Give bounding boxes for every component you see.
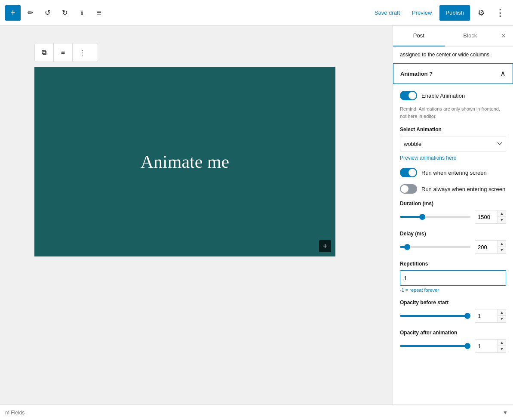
main-area: ⧉ ≡ ⋮ Animate me + Post Block × assigned… — [0, 26, 513, 405]
add-block-button[interactable]: + — [5, 5, 21, 21]
opacity-start-label: Opacity before start — [400, 300, 506, 306]
bottom-bar: m Fields ▼ — [0, 405, 513, 420]
bottom-bar-collapse-button[interactable]: ▼ — [503, 410, 508, 416]
duration-group: Duration (ms) ▲ ▼ — [400, 201, 506, 224]
opacity-start-slider[interactable] — [400, 315, 470, 317]
block-toolbar: ⧉ ≡ ⋮ — [34, 43, 98, 62]
repetitions-label: Repetitions — [400, 261, 506, 267]
repetitions-input[interactable]: 1 — [400, 270, 506, 286]
run-always-entering-row: Run always when entering screen — [400, 184, 506, 194]
opacity-end-slider[interactable] — [400, 345, 470, 347]
publish-button[interactable]: Publish — [439, 5, 470, 21]
duration-spinners: ▲ ▼ — [498, 210, 506, 223]
opacity-start-slider-row: ▲ ▼ — [400, 309, 506, 323]
animation-remind-text: Remind: Animations are only shown in fro… — [400, 105, 506, 120]
duration-decrement[interactable]: ▼ — [498, 217, 506, 223]
sidebar-close-button[interactable]: × — [496, 28, 511, 44]
opacity-end-input-wrap: ▲ ▼ — [475, 339, 506, 353]
add-inside-block-button[interactable]: + — [319, 240, 331, 252]
opacity-start-spinners: ▲ ▼ — [498, 309, 506, 322]
editor-area: ⧉ ≡ ⋮ Animate me + — [0, 26, 393, 405]
enable-animation-toggle[interactable] — [400, 91, 417, 100]
bottom-bar-label: m Fields — [5, 410, 25, 416]
block-more-button[interactable]: ⋮ — [73, 43, 92, 62]
topbar-right: Save draft Preview Publish ⚙ ⋮ — [370, 5, 508, 21]
delay-increment[interactable]: ▲ — [498, 241, 506, 247]
duration-increment[interactable]: ▲ — [498, 210, 506, 217]
more-options-button[interactable]: ⋮ — [492, 5, 508, 21]
save-draft-button[interactable]: Save draft — [370, 5, 404, 21]
animate-block: Animate me + — [34, 67, 335, 256]
tab-post[interactable]: Post — [393, 26, 445, 46]
topbar-left: + ✏ ↺ ↻ ℹ ≡ — [5, 5, 369, 21]
opacity-end-spinners: ▲ ▼ — [498, 340, 506, 352]
enable-animation-label: Enable Animation — [421, 93, 465, 99]
preview-animations-link[interactable]: Preview animations here — [400, 155, 506, 161]
opacity-start-decrement[interactable]: ▼ — [498, 316, 506, 322]
select-animation-group: Select Animation wobble bounce flash pul… — [400, 127, 506, 161]
animation-section-body: Enable Animation Remind: Animations are … — [393, 84, 513, 367]
animation-section-toggle-icon: ∧ — [500, 69, 506, 78]
select-animation-label: Select Animation — [400, 127, 506, 133]
opacity-end-input[interactable] — [475, 340, 498, 352]
opacity-start-slider-container — [400, 312, 470, 320]
animate-text: Animate me — [141, 151, 229, 172]
duration-slider[interactable] — [400, 216, 470, 218]
run-when-entering-row: Run when entering screen — [400, 168, 506, 177]
preview-button[interactable]: Preview — [408, 5, 436, 21]
delay-input-wrap: ▲ ▼ — [475, 240, 506, 254]
repetitions-hint: -1 = repeat forever — [400, 287, 506, 293]
select-animation-dropdown[interactable]: wobble bounce flash pulse rubberBand sha… — [400, 136, 506, 151]
topbar: + ✏ ↺ ↻ ℹ ≡ Save draft Preview Publish ⚙… — [0, 0, 513, 26]
animation-section-title: Animation ? — [400, 71, 433, 77]
run-always-entering-label: Run always when entering screen — [421, 186, 505, 192]
sidebar: Post Block × assigned to the center or w… — [393, 26, 513, 405]
animation-section-header[interactable]: Animation ? ∧ — [393, 63, 513, 84]
edit-button[interactable]: ✏ — [22, 5, 38, 21]
block-copy-button[interactable]: ⧉ — [35, 43, 54, 62]
delay-slider[interactable] — [400, 246, 470, 248]
block-align-button[interactable]: ≡ — [54, 43, 73, 62]
delay-group: Delay (ms) ▲ ▼ — [400, 231, 506, 254]
settings-button[interactable]: ⚙ — [473, 5, 489, 21]
duration-label: Duration (ms) — [400, 201, 506, 207]
undo-button[interactable]: ↺ — [40, 5, 55, 21]
opacity-end-slider-container — [400, 342, 470, 350]
editor-content: ⧉ ≡ ⋮ Animate me + — [0, 26, 393, 405]
sidebar-header: Post Block × — [393, 26, 513, 46]
opacity-end-group: Opacity after animation ▲ ▼ — [400, 330, 506, 353]
delay-slider-container — [400, 243, 470, 251]
opacity-end-slider-row: ▲ ▼ — [400, 339, 506, 353]
run-always-entering-toggle[interactable] — [400, 184, 417, 194]
sidebar-body: assigned to the center or wide columns. … — [393, 46, 513, 405]
opacity-end-increment[interactable]: ▲ — [498, 340, 506, 346]
repetitions-group: Repetitions 1 -1 = repeat forever — [400, 261, 506, 293]
duration-slider-container — [400, 213, 470, 221]
delay-label: Delay (ms) — [400, 231, 506, 237]
opacity-start-input[interactable] — [475, 309, 498, 322]
redo-button[interactable]: ↻ — [57, 5, 72, 21]
opacity-start-group: Opacity before start ▲ ▼ — [400, 300, 506, 323]
duration-input-wrap: ▲ ▼ — [475, 210, 506, 224]
opacity-start-input-wrap: ▲ ▼ — [475, 309, 506, 323]
opacity-end-decrement[interactable]: ▼ — [498, 346, 506, 352]
enable-animation-row: Enable Animation — [400, 91, 506, 100]
delay-spinners: ▲ ▼ — [498, 241, 506, 253]
info-button[interactable]: ℹ — [74, 5, 89, 21]
duration-slider-row: ▲ ▼ — [400, 210, 506, 224]
delay-decrement[interactable]: ▼ — [498, 247, 506, 253]
opacity-end-label: Opacity after animation — [400, 330, 506, 336]
duration-input[interactable] — [475, 210, 498, 223]
tab-block[interactable]: Block — [445, 26, 496, 46]
opacity-start-increment[interactable]: ▲ — [498, 309, 506, 316]
delay-slider-row: ▲ ▼ — [400, 240, 506, 254]
run-when-entering-toggle[interactable] — [400, 168, 417, 177]
list-view-button[interactable]: ≡ — [91, 5, 107, 21]
delay-input[interactable] — [475, 241, 498, 253]
run-when-entering-label: Run when entering screen — [421, 170, 487, 176]
sidebar-note: assigned to the center or wide columns. — [393, 46, 513, 63]
